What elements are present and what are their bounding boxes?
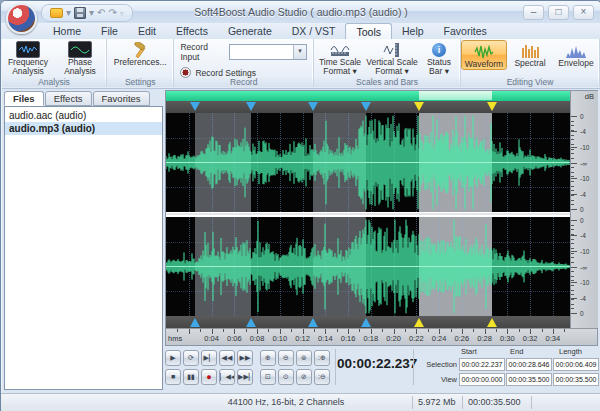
view-end-field[interactable]: 00:00:35.500 — [506, 373, 552, 386]
db-scale-label: -4 — [580, 232, 586, 239]
ribbon-group-settings: Preferences... Settings — [107, 39, 174, 87]
play-selection-button[interactable]: ▶▏ — [201, 350, 217, 366]
menu-tab-effects[interactable]: Effects — [166, 23, 218, 39]
spectral-icon — [518, 42, 542, 59]
cue-marker[interactable] — [246, 318, 256, 327]
ribbon-group-analysis: Frequency Analysis Phase Analysis Analys… — [2, 39, 107, 87]
view-row-label: View — [417, 375, 459, 384]
selection-marker[interactable] — [487, 102, 497, 111]
frequency-analysis-button[interactable]: Frequency Analysis — [2, 39, 54, 76]
ruler-label: 0:32 — [523, 334, 538, 343]
phase-analysis-button[interactable]: Phase Analysis — [54, 39, 106, 76]
zoom-window-button[interactable]: ⊘ — [296, 369, 312, 385]
envelope-view-button[interactable]: Envelope — [553, 40, 599, 70]
selection-start-field[interactable]: 00:00:22.237 — [459, 358, 505, 371]
spectral-view-button[interactable]: Spectral — [509, 40, 551, 70]
db-scale-label: 0 — [580, 310, 584, 317]
ribbon-group-record: Record Input ▾ Record Settings Record — [174, 39, 314, 87]
selection-marker[interactable] — [414, 102, 424, 111]
zoom-vertical-button[interactable]: ⊙ — [278, 369, 294, 385]
minimize-button[interactable]: – — [523, 5, 544, 20]
selection-marker[interactable] — [487, 318, 497, 327]
close-button[interactable]: × — [573, 5, 594, 20]
position-header-start: Start — [459, 347, 507, 356]
db-scale-label: 0 — [580, 216, 584, 223]
fast-forward-button[interactable]: ▶▶ — [237, 350, 253, 366]
maximize-button[interactable]: □ — [548, 5, 569, 20]
cue-marker[interactable] — [308, 102, 318, 111]
play-button[interactable]: ▶ — [165, 350, 181, 366]
record-input-value — [230, 45, 293, 59]
menu-tab-file[interactable]: File — [91, 23, 128, 39]
view-length-field[interactable]: 00:00:35.500 — [553, 373, 599, 386]
go-to-start-button[interactable]: ▏◀◀ — [219, 369, 235, 385]
file-size-status: 5.972 Mb — [418, 397, 456, 407]
ruler-label: 0:08 — [250, 334, 265, 343]
db-scale-label: 0 — [580, 112, 584, 119]
file-list-item[interactable]: audio.aac (audio) — [5, 109, 162, 122]
zoom-ratio-button[interactable]: :⊕ — [314, 350, 330, 366]
time-ruler[interactable]: hms 0:040:060:080:100:120:140:160:180:20… — [166, 328, 597, 345]
view-start-field[interactable]: 00:00:00.000 — [459, 373, 505, 386]
time-scale-format-button[interactable]: Time Scale Format ▾ — [314, 39, 366, 76]
file-list[interactable]: audio.aac (audio)audio.mp3 (audio) — [4, 106, 163, 390]
time-scale-icon — [328, 41, 352, 58]
cue-marker[interactable] — [361, 318, 371, 327]
menu-tab-home[interactable]: Home — [43, 23, 91, 39]
transport-buttons: ▶⟳▶▏◀◀▶▶⊕⊖⊜:⊕ ■▮▮●▏◀◀▶▶▏⊡⊙⊘:⊖ — [165, 348, 332, 386]
ruler-label: 0:12 — [295, 334, 310, 343]
rewind-button[interactable]: ◀◀ — [219, 350, 235, 366]
record-settings-label: Record Settings — [195, 68, 255, 78]
sidebar-tab-effects[interactable]: Effects — [45, 91, 92, 106]
cue-marker[interactable] — [190, 102, 200, 111]
ruler-label: 0:06 — [227, 334, 242, 343]
loop-button[interactable]: ⟳ — [183, 350, 199, 366]
waveform-editor[interactable]: hms 0:040:060:080:100:120:140:160:180:20… — [165, 90, 598, 346]
frequency-analysis-label2: Analysis — [12, 67, 44, 76]
menu-tab-edit[interactable]: Edit — [128, 23, 166, 39]
app-logo[interactable] — [6, 3, 37, 34]
waveform-channel-left[interactable] — [166, 113, 570, 212]
selection-length-field[interactable]: 00:00:06.409 — [553, 358, 599, 371]
go-to-end-button[interactable]: ▶▶▏ — [237, 369, 253, 385]
cue-marker[interactable] — [190, 318, 200, 327]
stop-button[interactable]: ■ — [165, 369, 181, 385]
zoom-selection-button[interactable]: ⊡ — [260, 369, 276, 385]
record-button[interactable]: ● — [201, 369, 217, 385]
cue-marker[interactable] — [361, 102, 371, 111]
selection-view-panel: StartEndLength Selection00:00:22.23700:0… — [417, 346, 599, 390]
vertical-scale-format-button[interactable]: Vertical Scale Format ▾ — [366, 39, 418, 76]
menu-tab-favorites[interactable]: Favorites — [434, 23, 497, 39]
waveform-channel-right[interactable] — [166, 217, 570, 316]
status-bar-toggle-button[interactable]: i Status Bar ▾ — [418, 39, 460, 76]
marker-strip-top[interactable] — [166, 101, 570, 113]
zoom-out-button[interactable]: ⊖ — [278, 350, 294, 366]
waveform-view-button[interactable]: Waveform — [461, 40, 507, 70]
zoom-in-button[interactable]: ⊕ — [260, 350, 276, 366]
ribbon-group-editing-view: Waveform Spectral Envelope Editing View — [461, 39, 600, 87]
menu-tab-tools[interactable]: Tools — [345, 23, 392, 39]
ruler-label: 0:20 — [386, 334, 401, 343]
vertical-scale-label2: Format ▾ — [375, 67, 409, 76]
zoom-ratio-2-button[interactable]: :⊖ — [314, 369, 330, 385]
chevron-down-icon[interactable]: ▾ — [293, 45, 306, 59]
zoom-full-button[interactable]: ⊜ — [296, 350, 312, 366]
menu-tab-help[interactable]: Help — [392, 23, 434, 39]
time-scale-label2: Format ▾ — [323, 67, 357, 76]
cue-marker[interactable] — [246, 102, 256, 111]
record-input-select[interactable]: ▾ — [229, 44, 307, 60]
menu-tab-generate[interactable]: Generate — [218, 23, 282, 39]
cue-marker[interactable] — [308, 318, 318, 327]
sidebar-tab-files[interactable]: Files — [4, 91, 44, 106]
preferences-button[interactable]: Preferences... — [109, 39, 171, 67]
playback-time-display: 00:00:22.237 — [337, 356, 412, 371]
pause-button[interactable]: ▮▮ — [183, 369, 199, 385]
selection-end-field[interactable]: 00:00:28.646 — [506, 358, 552, 371]
menu-tab-dx-vst[interactable]: DX / VST — [282, 23, 346, 39]
marker-strip-bottom[interactable] — [166, 316, 570, 328]
db-scale-label: 0 — [580, 206, 584, 213]
sidebar-tab-favorites[interactable]: Favorites — [93, 91, 150, 106]
selection-marker[interactable] — [414, 318, 424, 327]
file-list-item[interactable]: audio.mp3 (audio) — [5, 122, 162, 135]
spectral-view-label: Spectral — [514, 59, 545, 68]
